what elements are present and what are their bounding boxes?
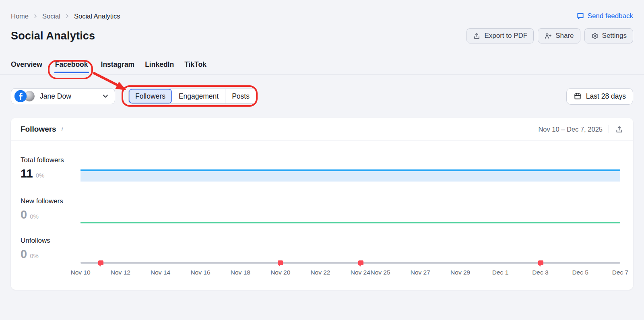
breadcrumb-current: Social Analytics <box>74 12 120 20</box>
x-tick-label: Nov 16 <box>190 269 210 276</box>
metric-value: 0 <box>21 209 27 221</box>
segment-engagement[interactable]: Engagement <box>172 89 225 103</box>
post-marker-icon[interactable] <box>98 260 103 265</box>
date-range-label: Last 28 days <box>586 92 626 101</box>
x-tick-label: Nov 25 <box>370 269 390 276</box>
plot-area: Nov 10Nov 12Nov 14Nov 16Nov 18Nov 20Nov … <box>80 141 620 290</box>
share-label: Share <box>555 32 574 40</box>
chevron-right-icon <box>64 13 70 19</box>
card-title: Followers <box>21 125 56 134</box>
tab-overview[interactable]: Overview <box>11 60 42 73</box>
topbar: Home Social Social Analytics Send feedba… <box>11 11 633 21</box>
x-tick-label: Dec 3 <box>532 269 549 276</box>
metric-unfollows: Unfollows 0 0% <box>21 237 81 260</box>
post-marker-icon[interactable] <box>278 260 283 265</box>
info-icon[interactable]: i <box>61 126 63 133</box>
network-tabs: Overview Facebook Instagram LinkedIn Tik… <box>11 60 206 73</box>
metric-change: 0% <box>30 213 39 221</box>
total-followers-line <box>80 169 620 171</box>
post-marker-icon[interactable] <box>538 260 543 265</box>
facebook-icon <box>14 90 27 102</box>
send-feedback-link[interactable]: Send feedback <box>576 12 633 20</box>
x-tick-label: Dec 1 <box>492 269 509 276</box>
followers-chart: Total followers 11 0% New followers 0 0%… <box>11 141 633 290</box>
controls-row: Jane Dow Followers Engagement Posts Last… <box>11 88 633 104</box>
gear-icon <box>591 32 599 40</box>
settings-button[interactable]: Settings <box>584 28 633 43</box>
metric-total-followers: Total followers 11 0% <box>21 156 81 180</box>
person-plus-icon <box>544 32 552 40</box>
followers-card: Followers i Nov 10 – Dec 7, 2025 Total f… <box>11 118 633 290</box>
new-followers-line <box>80 222 620 223</box>
metric-label: Total followers <box>21 156 81 164</box>
tab-tiktok[interactable]: TikTok <box>184 60 206 73</box>
tab-facebook[interactable]: Facebook <box>54 60 90 73</box>
tab-instagram[interactable]: Instagram <box>101 60 135 73</box>
x-tick-label: Nov 27 <box>411 269 430 276</box>
header-actions: Export to PDF Share Settings <box>466 28 633 43</box>
upload-icon <box>473 32 481 40</box>
calendar-icon <box>574 92 582 100</box>
metric-value: 11 <box>21 168 33 180</box>
x-tick-label: Nov 20 <box>270 269 290 276</box>
social-analytics-page: Home Social Social Analytics Send feedba… <box>0 0 644 320</box>
chevron-down-icon <box>102 93 109 100</box>
settings-label: Settings <box>602 32 627 40</box>
send-feedback-label: Send feedback <box>588 12 633 20</box>
total-followers-area <box>80 171 620 182</box>
segment-followers[interactable]: Followers <box>129 89 172 103</box>
breadcrumb-social[interactable]: Social <box>42 12 60 20</box>
export-to-pdf-label: Export to PDF <box>484 32 527 40</box>
segment-posts[interactable]: Posts <box>225 89 256 103</box>
export-to-pdf-button[interactable]: Export to PDF <box>466 28 534 43</box>
x-tick-label: Nov 24 <box>351 269 370 276</box>
breadcrumb-home[interactable]: Home <box>11 12 29 20</box>
titlebar: Social Analytics Export to PDF Share Set… <box>11 27 633 44</box>
x-tick-label: Nov 14 <box>151 269 170 276</box>
x-tick-label: Nov 22 <box>310 269 330 276</box>
chat-bubble-icon <box>576 12 584 20</box>
card-date-range: Nov 10 – Dec 7, 2025 <box>538 126 603 133</box>
metric-value: 0 <box>21 248 27 260</box>
metric-segmented-control: Followers Engagement Posts <box>128 89 256 104</box>
chevron-right-icon <box>33 13 38 19</box>
post-marker-icon[interactable] <box>358 260 363 265</box>
share-button[interactable]: Share <box>538 28 580 43</box>
x-tick-label: Dec 7 <box>612 269 629 276</box>
export-chart-icon[interactable] <box>615 125 623 134</box>
x-tick-label: Nov 10 <box>70 269 90 276</box>
profile-name: Jane Dow <box>40 92 102 101</box>
metric-change: 0% <box>30 252 39 260</box>
x-axis-ticks: Nov 10Nov 12Nov 14Nov 16Nov 18Nov 20Nov … <box>80 269 620 277</box>
page-title: Social Analytics <box>11 30 95 42</box>
x-tick-label: Nov 12 <box>111 269 130 276</box>
tab-linkedin[interactable]: LinkedIn <box>145 60 174 73</box>
metric-new-followers: New followers 0 0% <box>21 197 81 221</box>
metric-label: New followers <box>21 197 81 205</box>
x-tick-label: Dec 5 <box>572 269 588 276</box>
followers-card-header: Followers i Nov 10 – Dec 7, 2025 <box>11 118 633 141</box>
breadcrumb: Home Social Social Analytics <box>11 12 120 20</box>
profile-selector[interactable]: Jane Dow <box>11 88 115 104</box>
x-tick-label: Nov 29 <box>450 269 470 276</box>
date-range-button[interactable]: Last 28 days <box>566 88 633 105</box>
metric-label: Unfollows <box>21 237 81 245</box>
tabs-divider <box>0 74 644 75</box>
metric-change: 0% <box>36 172 45 180</box>
divider <box>609 125 609 133</box>
x-tick-label: Nov 18 <box>231 269 250 276</box>
